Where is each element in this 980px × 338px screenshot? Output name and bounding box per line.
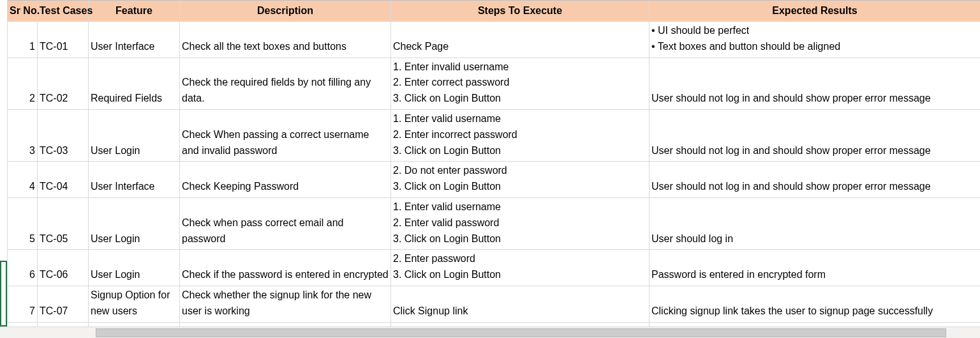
cell-st[interactable]: Check Page <box>391 22 650 58</box>
cell-de[interactable]: Check the required fields by not filling… <box>180 58 391 109</box>
horizontal-scroll-thumb[interactable] <box>96 328 946 337</box>
table-row[interactable]: 5TC-05User LoginCheck when pass correct … <box>8 197 981 249</box>
cell-er[interactable]: • UI should be perfect• Text boxes and b… <box>650 22 981 58</box>
table-row[interactable]: 7TC-07Signup Option for new usersCheck w… <box>8 286 981 322</box>
cell-tc[interactable]: TC-07 <box>38 286 89 322</box>
cell-st[interactable]: Click Signup link <box>391 286 650 322</box>
cell-sr[interactable]: 4 <box>8 162 38 198</box>
header-sr[interactable]: Sr No. <box>8 1 38 22</box>
cell-sr[interactable]: 7 <box>8 286 38 322</box>
cell-er[interactable]: Password is entered in encrypted form <box>650 250 981 286</box>
table-row[interactable]: 6TC-06User LoginCheck if the password is… <box>8 250 981 286</box>
table-row[interactable]: 1TC-01User InterfaceCheck all the text b… <box>8 22 981 58</box>
table-header-row: Sr No. Test Cases Feature Description St… <box>8 1 981 22</box>
header-st[interactable]: Steps To Execute <box>391 1 650 22</box>
cell-er[interactable]: User should not log in and should show p… <box>650 58 981 109</box>
cell-sr[interactable]: 2 <box>8 58 38 109</box>
cell-st[interactable]: 1. Enter valid username2. Enter incorrec… <box>391 109 650 161</box>
cell-de[interactable]: Check if the password is entered in encr… <box>180 250 391 286</box>
cell-ft[interactable]: Required Fields <box>89 58 180 109</box>
cell-tc[interactable]: TC-03 <box>38 109 89 161</box>
cell-de[interactable]: Check whether the signup link for the ne… <box>180 286 391 322</box>
header-de[interactable]: Description <box>180 1 391 22</box>
cell-ft[interactable]: User Login <box>89 197 180 249</box>
cell-tc[interactable]: TC-02 <box>38 58 89 109</box>
cell-tc[interactable]: TC-05 <box>38 197 89 249</box>
cell-er[interactable]: User should not log in and should show p… <box>650 109 981 161</box>
cell-sr[interactable]: 3 <box>8 109 38 161</box>
header-tc[interactable]: Test Cases <box>38 1 89 22</box>
sheet-tab-area[interactable] <box>0 326 96 338</box>
cell-tc[interactable]: TC-04 <box>38 162 89 198</box>
cell-st[interactable]: 2. Enter password3. Click on Login Butto… <box>391 250 650 286</box>
cell-de[interactable]: Check When passing a correct username an… <box>180 109 391 161</box>
cell-tc[interactable]: TC-06 <box>38 250 89 286</box>
header-ft[interactable]: Feature <box>89 1 180 22</box>
cell-de[interactable]: Check all the text boxes and buttons <box>180 22 391 58</box>
row-gutter <box>0 0 8 338</box>
cell-ft[interactable]: User Interface <box>89 22 180 58</box>
cell-er[interactable]: User should log in <box>650 197 981 249</box>
table-body: 1TC-01User InterfaceCheck all the text b… <box>8 22 981 339</box>
cell-ft[interactable]: User Interface <box>89 162 180 198</box>
cell-sr[interactable]: 6 <box>8 250 38 286</box>
table-row[interactable]: 2TC-02Required FieldsCheck the required … <box>8 58 981 109</box>
cell-st[interactable]: 2. Do not enter password3. Click on Logi… <box>391 162 650 198</box>
cell-st[interactable]: 1. Enter invalid username2. Enter correc… <box>391 58 650 109</box>
cell-st[interactable]: 1. Enter valid username2. Enter valid pa… <box>391 197 650 249</box>
cell-er[interactable]: Clicking signup link takes the user to s… <box>650 286 981 322</box>
table-row[interactable]: 4TC-04User InterfaceCheck Keeping Passwo… <box>8 162 981 198</box>
cell-ft[interactable]: User Login <box>89 250 180 286</box>
table-row[interactable]: 3TC-03User LoginCheck When passing a cor… <box>8 109 981 161</box>
cell-de[interactable]: Check when pass correct email and passwo… <box>180 197 391 249</box>
cell-de[interactable]: Check Keeping Password <box>180 162 391 198</box>
test-cases-table: Sr No. Test Cases Feature Description St… <box>7 0 980 338</box>
cell-er[interactable]: User should not log in and should show p… <box>650 162 981 198</box>
cell-sr[interactable]: 1 <box>8 22 38 58</box>
header-er[interactable]: Expected Results <box>650 1 981 22</box>
cell-tc[interactable]: TC-01 <box>38 22 89 58</box>
active-cell-outline <box>0 261 7 326</box>
cell-ft[interactable]: Signup Option for new users <box>89 286 180 322</box>
horizontal-scrollbar[interactable] <box>96 326 980 338</box>
cell-ft[interactable]: User Login <box>89 109 180 161</box>
cell-sr[interactable]: 5 <box>8 197 38 249</box>
spreadsheet-viewport: Sr No. Test Cases Feature Description St… <box>0 0 980 338</box>
